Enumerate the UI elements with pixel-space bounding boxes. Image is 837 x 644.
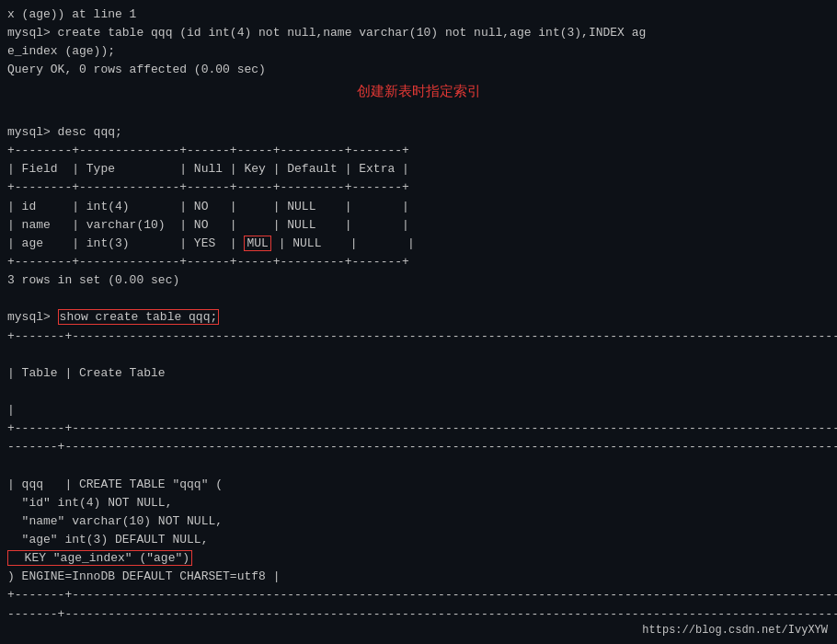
sep-dashes-text-1: -------+--------------------------------… [7,440,837,454]
line-empty-1 [7,105,830,123]
sep-long-2: +-------+-------------------------------… [7,420,830,438]
prompt: mysql> [7,26,58,40]
sep-3: +--------+--------------+------+-----+--… [7,253,830,271]
line-empty-3 [7,346,830,364]
desc-cmd: desc qqq; [58,125,122,139]
rows-in-set: 3 rows in set (0.00 sec) [7,271,830,290]
pipe-text: | [7,403,15,417]
line-empty-5 [7,456,830,475]
text-l3: e_index (age)); [7,44,115,58]
create-name-text: "name" varchar(10) NOT NULL, [7,514,223,528]
key-line: KEY "age_index" ("age") [7,549,830,568]
pipe-line: | [7,401,830,420]
sep-long-text-1: +-------+-------------------------------… [7,329,837,343]
row-id-text: | id | int(4) | NO | | NULL | | [7,200,409,213]
sep-long-1: +-------+-------------------------------… [7,328,830,346]
table-row-id: | id | int(4) | NO | | NULL | | [7,198,830,216]
line-empty-2 [7,290,830,308]
sep-text-1: +--------+--------------+------+-----+--… [7,144,409,157]
rows-text: 3 rows in set (0.00 sec) [7,273,179,287]
sep-dashes-2: -------+--------------------------------… [7,605,830,624]
line-3: e_index (age)); [7,42,830,61]
create-id-text: "id" int(4) NOT NULL, [7,496,172,510]
line-2: mysql> create table qqq (id int(4) not n… [7,24,830,42]
prompt-3: mysql> [7,310,58,324]
line-desc: mysql> desc qqq; [7,123,830,142]
sep-long-3: +-------+-------------------------------… [7,586,830,604]
annotation-line: 创建新表时指定索引 [7,82,830,103]
text-l4: Query OK, 0 rows affected (0.00 sec) [7,63,266,76]
cmd-text: create table qqq (id int(4) not null,nam… [58,26,647,40]
line-show: mysql> show create table qqq; [7,308,830,327]
prompt-2: mysql> [7,125,58,139]
create-name-line: "name" varchar(10) NOT NULL, [7,512,830,531]
line-4: Query OK, 0 rows affected (0.00 sec) [7,61,830,79]
row-name-text: | name | varchar(10) | NO | | NULL | | [7,218,409,232]
engine-line: ) ENGINE=InnoDB DEFAULT CHARSET=utf8 | [7,568,830,586]
create-qqq-line: | qqq | CREATE TABLE "qqq" ( [7,476,830,494]
sep-long-text-2: +-------+-------------------------------… [7,421,837,435]
terminal: x (age)) at line 1 mysql> create table q… [0,0,837,644]
footer-url-text: https://blog.csdn.net/IvyXYW [642,624,828,637]
create-id-line: "id" int(4) NOT NULL, [7,494,830,512]
create-qqq-text: | qqq | CREATE TABLE "qqq" ( [7,477,223,491]
create-table-header: | Table | Create Table [7,364,830,383]
table-row-name: | name | varchar(10) | NO | | NULL | | [7,216,830,235]
table-header: | Field | Type | Null | Key | Default | … [7,160,830,178]
sep-dashes-1: -------+--------------------------------… [7,438,830,456]
line-empty-4 [7,383,830,401]
sep-2: +--------+--------------+------+-----+--… [7,178,830,197]
sep-1: +--------+--------------+------+-----+--… [7,142,830,160]
text-l1: x (age)) at line 1 [7,7,136,21]
sep-long-text-3: +-------+-------------------------------… [7,588,837,602]
sep-dashes-text-2: -------+--------------------------------… [7,607,837,621]
create-age-text: "age" int(3) DEFAULT NULL, [7,533,208,546]
line-1: x (age)) at line 1 [7,6,830,24]
create-age-line: "age" int(3) DEFAULT NULL, [7,531,830,549]
sep-text-3: +--------+--------------+------+-----+--… [7,255,409,269]
row-age-before: | age | int(3) | YES | [7,236,244,250]
row-age-after: | NULL | | [271,236,415,250]
footer-url: https://blog.csdn.net/IvyXYW [642,624,828,637]
table-header-text: | Field | Type | Null | Key | Default | … [7,162,409,176]
create-header-text: | Table | Create Table [7,366,166,380]
mul-badge: MUL [244,236,270,251]
engine-text: ) ENGINE=InnoDB DEFAULT CHARSET=utf8 | [7,569,280,583]
key-highlight-text: KEY "age_index" ("age") [7,550,192,566]
sep-text-2: +--------+--------------+------+-----+--… [7,180,409,194]
table-row-age: | age | int(3) | YES | MUL | NULL | | [7,235,830,253]
show-cmd-highlight[interactable]: show create table qqq; [58,309,220,325]
annotation-text: 创建新表时指定索引 [7,82,830,103]
